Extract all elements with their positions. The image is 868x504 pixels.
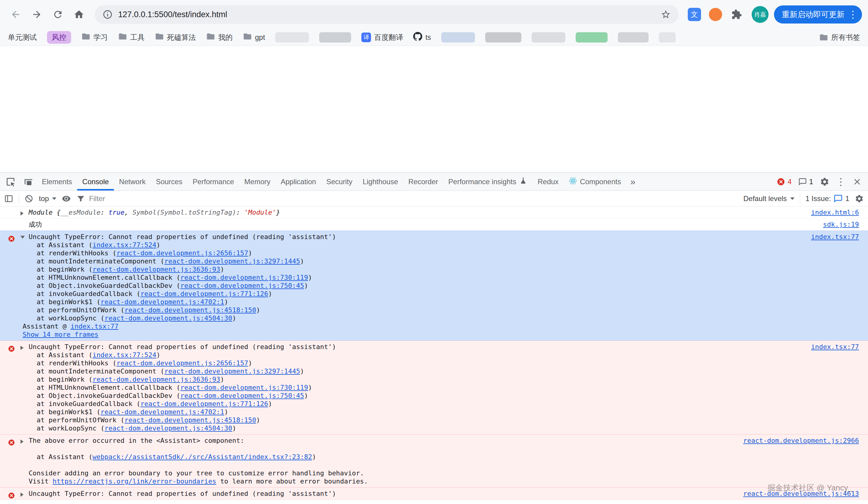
bookmark-item[interactable]: 风控 [47,31,71,44]
more-tabs-button[interactable]: » [626,173,640,191]
console-link[interactable]: index.tsx:77 [71,322,118,330]
back-button[interactable] [6,5,25,24]
address-bar[interactable]: 127.0.0.1:5500/test/index.html [95,5,679,24]
console-link[interactable]: react-dom.development.js:4702:1 [100,298,224,306]
filter-input[interactable] [89,194,240,203]
devtools-settings-button[interactable] [820,177,829,187]
tab-elements[interactable]: Elements [37,173,77,191]
log-levels-dropdown[interactable]: Default levels [744,194,794,203]
tab-network[interactable]: Network [114,173,151,191]
console-settings-button[interactable] [855,194,864,203]
bookmark-redacted[interactable] [275,32,309,42]
forward-button[interactable] [27,5,46,24]
console-entry[interactable]: 成功sdk.js:19 [0,218,868,230]
all-bookmarks-button[interactable]: 所有书签 [819,32,860,42]
console-link[interactable]: react-dom.development.js:4518:150 [124,306,256,314]
bookmark-item[interactable]: ts [413,32,431,43]
console-source-location[interactable]: react-dom.development.js:2966 [743,436,859,445]
tab-redux[interactable]: Redux [533,173,564,191]
issues-button[interactable]: 1 Issue: 1 [806,194,849,203]
console-link[interactable]: react-dom.development.js:4702:1 [100,408,224,416]
bookmark-item[interactable]: 单元测试 [8,32,37,42]
disclosure-triangle-icon[interactable] [21,346,23,350]
tab-performance-insights[interactable]: Performance insights [443,173,533,191]
console-link[interactable]: react-dom.development.js:2656:157 [116,249,248,257]
devtools-menu-button[interactable]: ⋮ [836,176,846,187]
console-link[interactable]: index.tsx:77:524 [93,351,156,359]
bookmark-redacted[interactable] [319,32,351,42]
disclosure-triangle-icon[interactable] [21,236,25,239]
console-link[interactable]: react-dom.development.js:750:45 [180,392,304,399]
console-link[interactable]: react-dom.development.js:771:126 [141,400,268,408]
console-link[interactable]: react-dom.development.js:3297:1445 [164,368,300,375]
context-selector[interactable]: top [39,194,56,203]
bookmark-item[interactable]: 译百度翻译 [361,32,403,42]
bookmark-redacted[interactable] [485,32,521,42]
console-link[interactable]: index.tsx:77:524 [93,241,156,249]
console-entry[interactable]: Uncaught TypeError: Cannot read properti… [0,341,868,434]
console-link[interactable]: Show 14 more frames [23,331,99,338]
console-link[interactable]: react-dom.development.js:3297:1445 [164,257,300,265]
console-entry[interactable]: Module {__esModule: true, Symbol(Symbol.… [0,206,868,218]
console-source-location[interactable]: index.tsx:77 [811,343,859,351]
translate-extension-button[interactable]: 文 [685,5,704,24]
tab-application[interactable]: Application [276,173,321,191]
tab-recorder[interactable]: Recorder [403,173,443,191]
console-link[interactable]: react-dom.development.js:4504:30 [105,424,232,432]
console-source-location[interactable]: index.html:6 [811,208,859,216]
console-link[interactable]: react-dom.development.js:750:45 [180,282,304,289]
console-link[interactable]: react-dom.development.js:3636:93 [93,266,220,273]
orange-extension-button[interactable] [706,5,725,24]
device-toolbar-button[interactable] [19,173,37,191]
tab-security[interactable]: Security [321,173,358,191]
console-source-location[interactable]: react-dom.development.js:4613 [743,490,859,498]
console-link[interactable]: react-dom.development.js:4504:30 [105,315,232,322]
bookmark-star-icon[interactable] [661,9,671,20]
tab-console[interactable]: Console [77,173,114,191]
console-link[interactable]: react-dom.development.js:730:119 [180,274,308,281]
console-sidebar-toggle[interactable] [4,194,13,203]
console-link[interactable]: react-dom.development.js:730:119 [180,384,308,391]
bookmark-item[interactable]: 我的 [206,32,233,43]
home-button[interactable] [69,5,89,24]
extensions-menu-button[interactable] [727,5,746,24]
tab-lighthouse[interactable]: Lighthouse [358,173,403,191]
bookmark-item[interactable]: 学习 [81,32,108,43]
console-link[interactable]: react-dom.development.js:771:126 [141,290,268,298]
clear-console-button[interactable] [24,194,33,203]
error-count-badge[interactable]: 4 [777,177,792,186]
tab-components[interactable]: Components [564,173,626,191]
bookmark-redacted[interactable] [618,32,649,42]
console-link[interactable]: webpack://assistantSdk/./src/Assistant/i… [93,453,312,461]
site-info-icon[interactable] [103,9,113,20]
console-link[interactable]: react-dom.development.js:4518:150 [124,416,256,424]
tab-performance[interactable]: Performance [187,173,239,191]
live-expression-button[interactable] [62,194,71,203]
reload-button[interactable] [48,5,68,24]
bookmark-redacted[interactable] [441,32,475,42]
console-source-location[interactable]: sdk.js:19 [823,220,859,228]
console-entry[interactable]: Uncaught TypeError: Cannot read properti… [0,230,868,341]
console-link[interactable]: https://reactjs.org/link/error-boundarie… [52,477,216,485]
bookmark-item[interactable]: gpt [243,32,265,43]
bookmark-item[interactable]: 死磕算法 [155,32,196,43]
bookmark-item[interactable]: 工具 [118,32,145,43]
console-message-badge[interactable]: 1 [798,177,813,186]
disclosure-triangle-icon[interactable] [21,493,23,497]
console-entry[interactable]: The above error occurred in the <Assista… [0,434,868,487]
devtools-close-button[interactable] [852,177,862,187]
bookmark-redacted[interactable] [576,32,608,42]
console-link[interactable]: react-dom.development.js:3636:93 [93,376,220,383]
profile-avatar[interactable]: 肖嘉 [752,6,768,23]
disclosure-triangle-icon[interactable] [21,211,23,216]
inspect-element-button[interactable] [2,173,19,191]
console-source-location[interactable]: index.tsx:77 [811,233,859,241]
disclosure-triangle-icon[interactable] [21,440,23,444]
tab-sources[interactable]: Sources [151,173,187,191]
tab-memory[interactable]: Memory [239,173,276,191]
bookmark-redacted[interactable] [659,32,676,42]
bookmark-redacted[interactable] [532,32,566,42]
browser-menu-kebab-icon[interactable]: ⋮ [848,10,858,19]
console-link[interactable]: react-dom.development.js:2656:157 [116,359,248,367]
update-chrome-button[interactable]: 重新启动即可更新 ⋮ [774,6,862,23]
